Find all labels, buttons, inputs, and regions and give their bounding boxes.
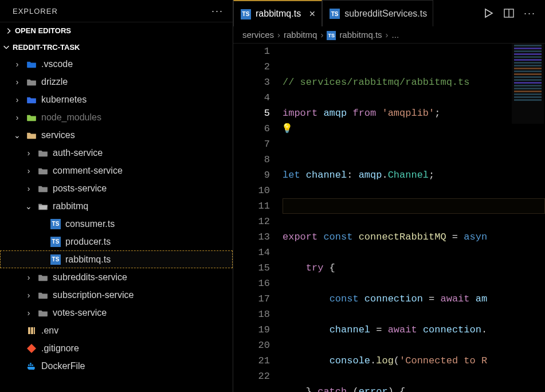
typescript-icon: TS	[327, 29, 336, 40]
tree-label: rabbitmq.ts	[65, 254, 233, 265]
folder-icon	[26, 77, 37, 87]
tab-rabbitmq[interactable]: TS rabbitmq.ts ✕	[233, 0, 322, 26]
code-content[interactable]: 💡 // services/rabbitmq/rabbitmq.ts impor…	[283, 44, 545, 392]
code-editor[interactable]: 12345678910111213141516171819202122 💡 //…	[233, 44, 545, 392]
split-editor-icon[interactable]	[503, 7, 515, 19]
env-icon	[26, 326, 37, 336]
tree-folder-votes-service[interactable]: › votes-service	[0, 304, 233, 322]
editor-tabbar: TS rabbitmq.ts ✕ TS subredditServices.ts…	[233, 0, 545, 26]
project-header[interactable]: REDDIT-TRC-TASK	[0, 39, 233, 55]
tree-file-gitignore[interactable]: .gitignore	[0, 339, 233, 357]
tree-folder-node-modules[interactable]: › node_modules	[0, 108, 233, 126]
svg-rect-5	[32, 364, 33, 366]
editor-tab-actions: ···	[483, 0, 545, 26]
tree-file-env[interactable]: .env	[0, 322, 233, 339]
folder-icon	[38, 148, 48, 158]
tree-label: .env	[41, 326, 233, 336]
tree-label: auth-service	[53, 148, 233, 158]
breadcrumb-segment[interactable]: rabbitmq.ts	[339, 30, 382, 40]
svg-rect-6	[30, 363, 32, 364]
tree-label: subscription-service	[53, 290, 233, 300]
chevron-down-icon: ⌄	[13, 131, 22, 140]
folder-icon	[38, 308, 48, 318]
folder-node-icon	[26, 112, 37, 123]
chevron-right-icon: ›	[24, 291, 33, 300]
tree-folder-services[interactable]: ⌄ services	[0, 126, 233, 144]
folder-icon	[38, 272, 48, 283]
chevron-right-icon: ›	[24, 166, 33, 175]
explorer-sidebar: EXPLORER ··· OPEN EDITORS REDDIT-TRC-TAS…	[0, 0, 233, 392]
tree-folder-subreddits-service[interactable]: › subreddits-service	[0, 268, 233, 286]
chevron-right-icon: ›	[320, 30, 323, 40]
tab-subreddit-services[interactable]: TS subredditServices.ts	[322, 0, 433, 26]
tree-folder-drizzle[interactable]: › drizzle	[0, 73, 233, 91]
tree-label: DockerFile	[41, 361, 233, 371]
tree-file-dockerfile[interactable]: DockerFile	[0, 357, 233, 375]
tree-label: drizzle	[41, 77, 233, 87]
chevron-down-icon	[2, 43, 10, 51]
typescript-icon: TS	[50, 254, 61, 265]
folder-kubernetes-icon	[26, 95, 37, 105]
chevron-right-icon: ›	[24, 184, 33, 193]
breadcrumb-segment[interactable]: rabbitmq	[284, 30, 317, 40]
tree-folder-posts-service[interactable]: › posts-service	[0, 179, 233, 197]
tree-folder-comment-service[interactable]: › comment-service	[0, 162, 233, 179]
tree-folder-rabbitmq[interactable]: ⌄ rabbitmq	[0, 197, 233, 215]
tree-folder-kubernetes[interactable]: › kubernetes	[0, 91, 233, 108]
chevron-right-icon: ›	[277, 30, 280, 40]
tree-label: posts-service	[53, 183, 233, 194]
project-name: REDDIT-TRC-TASK	[13, 43, 80, 52]
svg-rect-3	[28, 364, 30, 366]
file-tree: › .vscode › drizzle › kubernetes › node_…	[0, 55, 233, 392]
close-icon[interactable]: ✕	[309, 9, 316, 18]
typescript-icon: TS	[50, 237, 61, 247]
tab-label: rabbitmq.ts	[256, 9, 301, 19]
breadcrumb-segment[interactable]: ...	[392, 30, 399, 40]
chevron-right-icon: ›	[13, 113, 22, 122]
chevron-right-icon: ›	[24, 308, 33, 317]
tree-folder-subscription-service[interactable]: › subscription-service	[0, 286, 233, 304]
tree-label: .vscode	[41, 59, 233, 69]
chevron-right-icon: ›	[13, 60, 22, 69]
tree-label: services	[41, 130, 233, 140]
editor-more-icon[interactable]: ···	[524, 7, 536, 19]
svg-rect-2	[34, 327, 35, 334]
lightbulb-icon[interactable]: 💡	[281, 121, 293, 137]
tree-label: rabbitmq	[53, 201, 233, 211]
breadcrumbs[interactable]: services › rabbitmq › TS rabbitmq.ts › .…	[233, 26, 545, 44]
tree-folder-vscode[interactable]: › .vscode	[0, 55, 233, 73]
open-editors-label: OPEN EDITORS	[15, 26, 71, 35]
breadcrumb-segment[interactable]: services	[242, 30, 274, 40]
tree-label: producer.ts	[65, 237, 233, 247]
code-text: // services/rabbitmq/rabbitmq.ts	[283, 77, 469, 88]
editor-area: TS rabbitmq.ts ✕ TS subredditServices.ts…	[233, 0, 545, 392]
folder-icon	[38, 166, 48, 176]
tree-label: node_modules	[41, 112, 233, 123]
chevron-right-icon: ›	[13, 77, 22, 87]
explorer-menu-icon[interactable]: ···	[211, 5, 224, 17]
tree-label: subreddits-service	[53, 272, 233, 283]
tree-folder-auth-service[interactable]: › auth-service	[0, 144, 233, 162]
chevron-right-icon: ›	[24, 148, 33, 158]
tree-label: kubernetes	[41, 95, 233, 105]
open-editors-section[interactable]: OPEN EDITORS	[0, 22, 233, 39]
minimap[interactable]	[512, 44, 544, 124]
explorer-header: EXPLORER ···	[0, 0, 233, 22]
tree-label: consumer.ts	[65, 219, 233, 229]
typescript-icon: TS	[330, 8, 340, 19]
explorer-title: EXPLORER	[13, 7, 58, 15]
folder-vscode-icon	[26, 59, 37, 69]
run-icon[interactable]	[483, 7, 494, 19]
tree-label: votes-service	[53, 308, 233, 318]
tree-file-producer[interactable]: TS producer.ts	[0, 233, 233, 250]
chevron-right-icon	[5, 27, 13, 35]
git-icon	[26, 343, 37, 354]
docker-icon	[26, 361, 37, 371]
line-number-gutter: 12345678910111213141516171819202122	[233, 44, 283, 392]
svg-rect-1	[31, 327, 33, 334]
tree-file-consumer[interactable]: TS consumer.ts	[0, 215, 233, 233]
folder-open-icon	[38, 201, 48, 211]
tree-file-rabbitmq-ts[interactable]: TS rabbitmq.ts	[0, 250, 233, 268]
typescript-icon: TS	[50, 219, 61, 229]
folder-icon	[38, 290, 48, 300]
